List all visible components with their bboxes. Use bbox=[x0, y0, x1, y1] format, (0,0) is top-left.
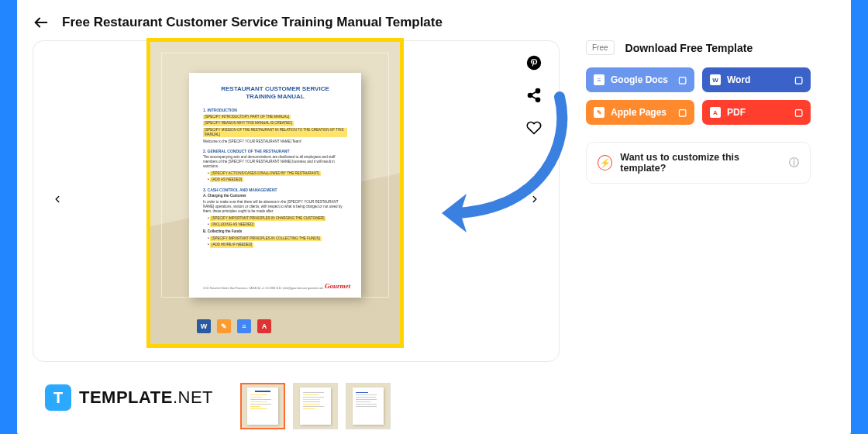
download-icon: ▢ bbox=[794, 107, 803, 118]
svg-line-6 bbox=[532, 96, 536, 98]
gdocs-format-icon: ≡ bbox=[237, 319, 251, 333]
info-icon: ⓘ bbox=[789, 156, 799, 170]
heart-icon[interactable] bbox=[526, 120, 542, 136]
free-badge: Free bbox=[586, 40, 615, 55]
pdf-format-icon: A bbox=[257, 319, 271, 333]
pdf-icon: A bbox=[710, 107, 721, 118]
download-pages-button[interactable]: ✎ Apple Pages ▢ bbox=[586, 100, 694, 125]
share-icon[interactable] bbox=[526, 88, 542, 103]
pages-icon: ✎ bbox=[594, 107, 604, 118]
svg-point-1 bbox=[527, 56, 541, 70]
svg-line-5 bbox=[532, 91, 536, 94]
doc-title: RESTAURANT CUSTOMER SERVICETRAINING MANU… bbox=[203, 85, 347, 100]
gdocs-icon: ≡ bbox=[594, 74, 604, 85]
download-gdocs-button[interactable]: ≡ Google Docs ▢ bbox=[586, 67, 694, 92]
header: Free Restaurant Customer Service Trainin… bbox=[17, 0, 851, 40]
site-logo[interactable]: T TEMPLATE.NET bbox=[45, 384, 213, 411]
document-page: RESTAURANT CUSTOMER SERVICETRAINING MANU… bbox=[189, 73, 361, 298]
prev-button[interactable] bbox=[46, 184, 69, 219]
download-word-button[interactable]: W Word ▢ bbox=[702, 67, 811, 92]
template-preview: RESTAURANT CUSTOMER SERVICETRAINING MANU… bbox=[146, 38, 404, 348]
download-title: Download Free Template bbox=[625, 42, 753, 54]
bolt-icon: ⚡ bbox=[598, 155, 612, 170]
download-header: Free Download Free Template bbox=[586, 40, 811, 55]
thumbnail-1[interactable] bbox=[240, 383, 285, 429]
main: RESTAURANT CUSTOMER SERVICETRAINING MANU… bbox=[17, 40, 851, 362]
doc-footer: 1111 Gourmet Street, San Francisco, CA 9… bbox=[203, 287, 324, 290]
pinterest-icon[interactable] bbox=[526, 55, 542, 71]
word-format-icon: W bbox=[197, 319, 211, 333]
pages-format-icon: ✎ bbox=[217, 319, 231, 333]
page-title: Free Restaurant Customer Service Trainin… bbox=[62, 15, 443, 30]
doc-section-1: 1. INTRODUCTION bbox=[203, 108, 347, 112]
word-icon: W bbox=[710, 74, 721, 85]
download-icon: ▢ bbox=[794, 74, 803, 85]
logo-text: TEMPLATE.NET bbox=[79, 388, 213, 408]
thumbnail-3[interactable] bbox=[346, 383, 391, 429]
download-buttons: ≡ Google Docs ▢ W Word ▢ ✎ Apple Pages ▢… bbox=[586, 67, 811, 125]
sidebar: Free Download Free Template ≡ Google Doc… bbox=[586, 40, 811, 362]
logo-mark: T bbox=[45, 384, 71, 411]
preview-card: RESTAURANT CUSTOMER SERVICETRAINING MANU… bbox=[33, 40, 560, 362]
customize-button[interactable]: ⚡ Want us to customize this template? ⓘ bbox=[586, 142, 811, 184]
format-icons: W ✎ ≡ A bbox=[197, 319, 271, 333]
download-icon: ▢ bbox=[678, 107, 687, 118]
action-icons bbox=[526, 55, 542, 136]
download-pdf-button[interactable]: A PDF ▢ bbox=[702, 100, 811, 125]
back-arrow-icon[interactable] bbox=[33, 14, 50, 31]
thumbnail-strip bbox=[240, 383, 391, 429]
doc-section-3: 3. CASH CONTROL AND MANAGEMENT bbox=[203, 188, 347, 192]
next-button[interactable] bbox=[523, 184, 546, 219]
doc-brand-logo: Gourmet bbox=[325, 282, 350, 290]
download-icon: ▢ bbox=[678, 74, 687, 85]
page-container: Free Restaurant Customer Service Trainin… bbox=[17, 0, 851, 434]
thumbnail-2[interactable] bbox=[293, 383, 338, 429]
doc-section-2: 2. GENERAL CONDUCT OF THE RESTAURANT bbox=[203, 149, 347, 153]
